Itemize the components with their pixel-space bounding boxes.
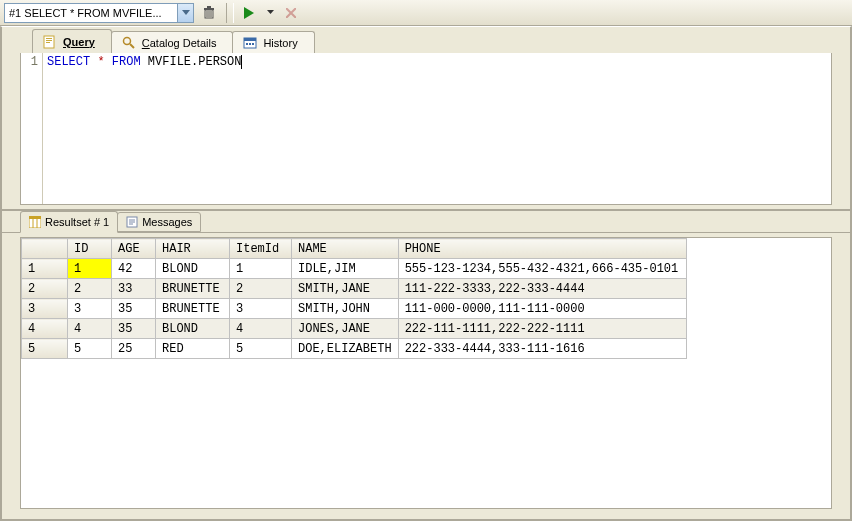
tab-query[interactable]: Query — [32, 29, 112, 53]
play-icon — [244, 7, 254, 19]
delete-button[interactable] — [198, 2, 220, 24]
svg-rect-19 — [246, 43, 248, 45]
cell-age[interactable]: 35 — [112, 319, 156, 339]
line-gutter: 1 — [21, 53, 43, 204]
tab-messages-label: Messages — [142, 216, 192, 228]
run-dropdown[interactable] — [264, 2, 276, 24]
cell-hair[interactable]: BLOND — [156, 259, 230, 279]
svg-rect-5 — [204, 8, 214, 10]
run-button[interactable] — [238, 2, 260, 24]
result-grid-wrap[interactable]: ID AGE HAIR ItemId NAME PHONE 1142BLOND1… — [20, 237, 832, 509]
cell-name[interactable]: IDLE,JIM — [292, 259, 399, 279]
row-header[interactable]: 5 — [22, 339, 68, 359]
history-icon — [243, 36, 257, 50]
keyword-select: SELECT — [47, 55, 90, 69]
cell-phone[interactable]: 111-222-3333,222-333-4444 — [398, 279, 686, 299]
tab-query-label: Query — [63, 36, 95, 48]
row-header[interactable]: 2 — [22, 279, 68, 299]
cell-id[interactable]: 5 — [68, 339, 112, 359]
corner-cell[interactable] — [22, 239, 68, 259]
tab-catalog-details[interactable]: Catalog Details — [111, 31, 234, 53]
svg-line-16 — [130, 44, 134, 48]
tab-history-label: History — [263, 37, 297, 49]
sql-editor[interactable]: 1 SELECT * FROM MVFILE.PERSON — [20, 53, 832, 205]
svg-rect-6 — [207, 6, 211, 8]
tab-history[interactable]: History — [232, 31, 314, 53]
cell-id[interactable]: 3 — [68, 299, 112, 319]
cell-name[interactable]: SMITH,JOHN — [292, 299, 399, 319]
chevron-down-icon — [267, 10, 274, 15]
tab-resultset-label: Resultset # 1 — [45, 216, 109, 228]
trash-icon — [202, 6, 216, 20]
cell-itemid[interactable]: 1 — [230, 259, 292, 279]
table-row[interactable]: 5525RED5DOE,ELIZABETH222-333-4444,333-11… — [22, 339, 687, 359]
col-itemid[interactable]: ItemId — [230, 239, 292, 259]
svg-rect-23 — [29, 216, 41, 219]
table-row[interactable]: 2233BRUNETTE2SMITH,JANE111-222-3333,222-… — [22, 279, 687, 299]
svg-marker-7 — [244, 7, 254, 19]
query-history-combo[interactable]: #1 SELECT * FROM MVFILE... — [4, 3, 194, 23]
resultset-icon — [29, 216, 41, 228]
messages-icon — [126, 216, 138, 228]
line-number: 1 — [21, 55, 38, 69]
stop-button — [280, 2, 302, 24]
svg-rect-13 — [46, 40, 52, 41]
col-phone[interactable]: PHONE — [398, 239, 686, 259]
chevron-down-icon[interactable] — [177, 4, 193, 22]
table-row[interactable]: 1142BLOND1IDLE,JIM555-123-1234,555-432-4… — [22, 259, 687, 279]
row-header[interactable]: 3 — [22, 299, 68, 319]
cell-age[interactable]: 35 — [112, 299, 156, 319]
col-id[interactable]: ID — [68, 239, 112, 259]
tab-messages[interactable]: Messages — [117, 212, 201, 232]
cell-age[interactable]: 25 — [112, 339, 156, 359]
cell-id[interactable]: 2 — [68, 279, 112, 299]
cell-name[interactable]: SMITH,JANE — [292, 279, 399, 299]
svg-marker-0 — [182, 10, 190, 15]
cell-phone[interactable]: 555-123-1234,555-432-4321,666-435-0101 — [398, 259, 686, 279]
table-row[interactable]: 4435BLOND4JONES,JANE222-111-1111,222-222… — [22, 319, 687, 339]
svg-point-15 — [123, 37, 130, 44]
toolbar-separator — [226, 3, 227, 23]
main-panel: Query Catalog Details History 1 SELECT *… — [0, 26, 852, 521]
cell-phone[interactable]: 222-333-4444,333-111-1616 — [398, 339, 686, 359]
result-grid[interactable]: ID AGE HAIR ItemId NAME PHONE 1142BLOND1… — [21, 238, 687, 359]
cell-phone[interactable]: 111-000-0000,111-111-0000 — [398, 299, 686, 319]
row-header[interactable]: 4 — [22, 319, 68, 339]
table-row[interactable]: 3335BRUNETTE3SMITH,JOHN111-000-0000,111-… — [22, 299, 687, 319]
table-ident: MVFILE.PERSON — [148, 55, 242, 69]
cell-hair[interactable]: BRUNETTE — [156, 279, 230, 299]
editor-content[interactable]: SELECT * FROM MVFILE.PERSON — [43, 53, 831, 204]
svg-rect-14 — [46, 42, 50, 43]
cell-itemid[interactable]: 2 — [230, 279, 292, 299]
results-panel: Resultset # 1 Messages ID AGE HAIR — [2, 209, 850, 519]
top-toolbar: #1 SELECT * FROM MVFILE... — [0, 0, 852, 26]
header-row: ID AGE HAIR ItemId NAME PHONE — [22, 239, 687, 259]
cell-itemid[interactable]: 5 — [230, 339, 292, 359]
text-caret — [241, 55, 242, 69]
cell-age[interactable]: 33 — [112, 279, 156, 299]
upper-tab-bar: Query Catalog Details History — [2, 27, 850, 53]
lower-tab-bar: Resultset # 1 Messages — [2, 211, 850, 233]
cell-hair[interactable]: BLOND — [156, 319, 230, 339]
keyword-from: FROM — [112, 55, 141, 69]
col-hair[interactable]: HAIR — [156, 239, 230, 259]
star-token: * — [97, 55, 104, 69]
tab-catalog-label: Catalog Details — [142, 37, 217, 49]
tab-resultset[interactable]: Resultset # 1 — [20, 211, 118, 233]
cell-itemid[interactable]: 3 — [230, 299, 292, 319]
cell-name[interactable]: JONES,JANE — [292, 319, 399, 339]
cell-name[interactable]: DOE,ELIZABETH — [292, 339, 399, 359]
cell-hair[interactable]: BRUNETTE — [156, 299, 230, 319]
cell-id[interactable]: 1 — [68, 259, 112, 279]
col-age[interactable]: AGE — [112, 239, 156, 259]
cell-age[interactable]: 42 — [112, 259, 156, 279]
cell-itemid[interactable]: 4 — [230, 319, 292, 339]
cell-id[interactable]: 4 — [68, 319, 112, 339]
row-header[interactable]: 1 — [22, 259, 68, 279]
cell-hair[interactable]: RED — [156, 339, 230, 359]
col-name[interactable]: NAME — [292, 239, 399, 259]
app-root: #1 SELECT * FROM MVFILE... — [0, 0, 852, 521]
svg-rect-21 — [252, 43, 254, 45]
catalog-icon — [122, 36, 136, 50]
cell-phone[interactable]: 222-111-1111,222-222-1111 — [398, 319, 686, 339]
